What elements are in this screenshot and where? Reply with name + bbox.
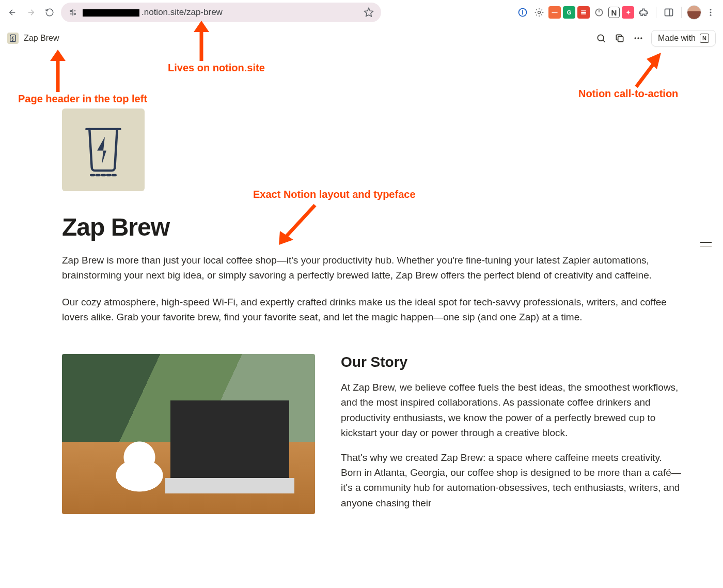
url-text: .notion.site/zap-brew — [83, 7, 358, 18]
intro-paragraph-2: Our cozy atmosphere, high-speed Wi-Fi, a… — [62, 295, 677, 325]
svg-point-1 — [74, 13, 75, 15]
nav-forward-button[interactable] — [24, 5, 38, 20]
svg-point-0 — [70, 10, 72, 12]
intro-paragraph-1: Zap Brew is more than just your local co… — [62, 253, 677, 283]
address-bar[interactable]: .notion.site/zap-brew — [61, 3, 381, 22]
svg-point-13 — [640, 37, 642, 39]
browser-chrome: .notion.site/zap-brew — G N ✦ — [0, 0, 723, 25]
nav-back-button[interactable] — [5, 5, 20, 20]
svg-rect-5 — [665, 9, 673, 16]
page-icon-large[interactable] — [62, 109, 145, 191]
page-title: Zap Brew — [62, 213, 682, 241]
made-with-label: Made with — [658, 34, 696, 43]
notion-logo-icon: N — [700, 34, 709, 43]
svg-point-3 — [538, 11, 541, 14]
site-info-icon[interactable] — [68, 8, 77, 17]
svg-point-7 — [710, 12, 712, 13]
story-paragraph-1: At Zap Brew, we believe coffee fuels the… — [341, 380, 682, 441]
notion-topbar: Zap Brew Made with N — [0, 25, 723, 52]
ext-todoist-icon[interactable] — [577, 6, 590, 19]
ext-orange-icon[interactable]: — — [548, 6, 561, 19]
svg-rect-10 — [618, 37, 623, 42]
divider — [656, 7, 656, 18]
search-icon[interactable] — [595, 33, 607, 44]
side-panel-icon[interactable] — [662, 5, 676, 20]
ext-notion-icon[interactable]: N — [608, 7, 620, 18]
extensions-puzzle-icon[interactable] — [636, 5, 651, 20]
page-icon-small[interactable] — [7, 33, 19, 44]
svg-point-11 — [635, 37, 636, 39]
ext-1password-icon[interactable] — [515, 5, 530, 20]
nav-reload-button[interactable] — [42, 5, 57, 20]
star-icon[interactable] — [364, 7, 374, 18]
ext-grammarly-icon[interactable]: G — [563, 6, 575, 19]
divider — [681, 7, 682, 18]
chrome-menu-icon[interactable] — [703, 5, 718, 20]
extensions-row: — G N ✦ — [515, 5, 718, 20]
ext-sunburst-icon[interactable] — [532, 5, 546, 20]
story-heading: Our Story — [341, 354, 682, 370]
duplicate-icon[interactable] — [614, 33, 625, 44]
svg-point-6 — [710, 9, 712, 10]
story-paragraph-2: That's why we created Zap Brew: a space … — [341, 450, 682, 511]
story-column: Our Story At Zap Brew, we believe coffee… — [341, 354, 682, 514]
toc-toggle[interactable] — [700, 242, 712, 247]
ext-pink-icon[interactable]: ✦ — [622, 6, 634, 19]
story-image — [62, 354, 315, 514]
topbar-actions: Made with N — [595, 30, 716, 47]
profile-avatar[interactable] — [687, 5, 701, 20]
made-with-notion-button[interactable]: Made with N — [651, 30, 716, 47]
svg-point-12 — [637, 37, 639, 39]
two-column-section: Our Story At Zap Brew, we believe coffee… — [62, 354, 682, 514]
svg-point-8 — [710, 14, 712, 16]
svg-point-9 — [598, 35, 604, 41]
breadcrumb-page-title[interactable]: Zap Brew — [24, 34, 59, 43]
page-content: Zap Brew Zap Brew is more than just your… — [62, 52, 682, 514]
more-icon[interactable] — [633, 33, 644, 44]
ext-power-icon[interactable] — [592, 5, 606, 20]
